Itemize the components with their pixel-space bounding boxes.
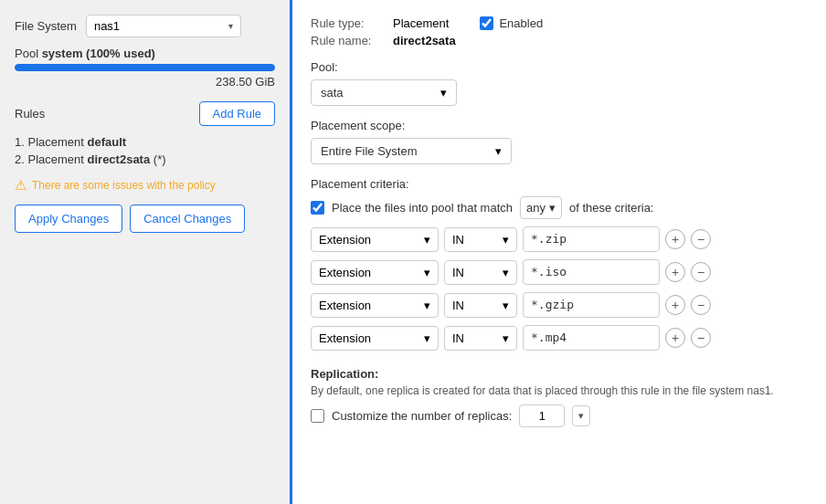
criteria-op-3-chevron: ▾ [503, 299, 509, 312]
pool-value-right: sata [321, 86, 344, 100]
warning-icon: ⚠ [15, 177, 26, 194]
placement-scope-select[interactable]: Entire File System ▾ [311, 138, 512, 164]
rule-name-value: direct2sata [393, 34, 456, 47]
criteria-op-1-value: IN [452, 233, 464, 247]
pool-name: system [42, 47, 83, 60]
criteria-header: Place the files into pool that match any… [311, 196, 808, 219]
add-rule-button[interactable]: Add Rule [199, 101, 275, 126]
criteria-row-1: Extension ▾ IN ▾ *.zip + − [311, 226, 808, 252]
criteria-rows: Extension ▾ IN ▾ *.zip + − Extension ▾ I [311, 226, 808, 351]
rule-2-bold: direct2sata [88, 152, 151, 166]
rule-item-1: 1. Placement default [15, 135, 275, 149]
replica-count-chevron[interactable]: ▾ [572, 405, 590, 426]
criteria-type-3[interactable]: Extension ▾ [311, 293, 439, 318]
pool-size: 238.50 GiB [15, 75, 275, 89]
enabled-label: Enabled [499, 16, 543, 30]
criteria-remove-3-button[interactable]: − [691, 295, 711, 315]
criteria-op-3[interactable]: IN ▾ [444, 293, 517, 318]
criteria-value-3[interactable]: *.gzip [523, 292, 660, 318]
rule-name-row: Rule name: direct2sata [311, 34, 808, 47]
rule-type-value: Placement [393, 16, 449, 30]
criteria-add-2-button[interactable]: + [665, 262, 685, 282]
criteria-op-2[interactable]: IN ▾ [444, 260, 517, 285]
file-system-row: File System nas1 ▾ [15, 15, 275, 37]
rules-title: Rules [15, 107, 45, 121]
criteria-remove-1-button[interactable]: − [691, 229, 711, 249]
criteria-type-2[interactable]: Extension ▾ [311, 260, 439, 285]
criteria-type-4-value: Extension [319, 331, 371, 345]
criteria-op-2-chevron: ▾ [503, 266, 509, 279]
criteria-remove-2-button[interactable]: − [691, 262, 711, 282]
replica-count-input[interactable] [519, 404, 565, 427]
left-panel: File System nas1 ▾ Pool system (100% use… [0, 0, 292, 504]
pool-row-right: Pool: sata ▾ [311, 60, 808, 106]
rule-1-bold: default [88, 135, 127, 149]
pool-progress-fill [15, 64, 275, 71]
criteria-value-2[interactable]: *.iso [523, 259, 660, 285]
file-system-chevron-icon: ▾ [228, 21, 233, 31]
rule-2-text: Placement [27, 152, 87, 166]
cancel-changes-button[interactable]: Cancel Changes [130, 205, 245, 233]
criteria-suffix: of these criteria: [569, 201, 654, 215]
rules-list: 1. Placement default 2. Placement direct… [15, 135, 275, 166]
replication-section: Replication: By default, one replica is … [311, 367, 808, 427]
criteria-remove-4-button[interactable]: − [691, 328, 711, 348]
enabled-checkbox-row: Enabled [480, 16, 543, 30]
replication-title: Replication: [311, 367, 808, 381]
warning-text: There are some issues with the policy [32, 179, 216, 192]
criteria-type-2-value: Extension [319, 266, 371, 279]
criteria-row-4: Extension ▾ IN ▾ *.mp4 + − [311, 325, 808, 351]
file-system-label: File System [15, 19, 77, 33]
action-buttons: Apply Changes Cancel Changes [15, 205, 275, 233]
placement-scope-row: Placement scope: Entire File System ▾ [311, 119, 808, 164]
customize-replicas-label: Customize the number of replicas: [332, 409, 512, 423]
criteria-op-1[interactable]: IN ▾ [444, 227, 517, 252]
criteria-value-4[interactable]: *.mp4 [523, 325, 660, 351]
rule-type-key: Rule type: [311, 16, 393, 30]
criteria-add-1-button[interactable]: + [665, 229, 685, 249]
criteria-op-4-value: IN [452, 331, 464, 345]
enabled-checkbox[interactable] [480, 16, 493, 30]
criteria-match-value: any [526, 201, 545, 215]
warning-row: ⚠ There are some issues with the policy [15, 177, 275, 194]
pool-select-right[interactable]: sata ▾ [311, 79, 457, 106]
right-panel: Rule type: Placement Enabled Rule name: … [292, 0, 826, 504]
placement-scope-chevron-icon: ▾ [495, 144, 502, 158]
pool-chevron-icon: ▾ [440, 86, 447, 100]
customize-replicas-checkbox[interactable] [311, 409, 324, 423]
rule-type-row: Rule type: Placement Enabled [311, 16, 808, 30]
criteria-type-2-chevron: ▾ [424, 266, 430, 279]
file-system-select[interactable]: nas1 ▾ [86, 15, 241, 37]
placement-scope-key: Placement scope: [311, 119, 808, 132]
criteria-type-1-chevron: ▾ [424, 233, 430, 247]
criteria-op-3-value: IN [452, 299, 464, 312]
criteria-type-4[interactable]: Extension ▾ [311, 326, 439, 351]
rule-info-top: Rule type: Placement Enabled Rule name: … [311, 16, 808, 47]
rule-1-num: 1. [15, 135, 25, 149]
rule-name-key: Rule name: [311, 34, 393, 47]
criteria-op-4[interactable]: IN ▾ [444, 326, 517, 351]
criteria-match-select[interactable]: any ▾ [520, 196, 562, 219]
pool-label: Pool system (100% used) [15, 47, 275, 60]
criteria-type-4-chevron: ▾ [424, 331, 430, 345]
apply-changes-button[interactable]: Apply Changes [15, 205, 122, 233]
criteria-add-3-button[interactable]: + [665, 295, 685, 315]
replica-row: Customize the number of replicas: ▾ [311, 404, 808, 427]
rule-2-num: 2. [15, 152, 25, 166]
rules-header: Rules Add Rule [15, 101, 275, 126]
placement-scope-value: Entire File System [321, 144, 417, 158]
criteria-match-label: Place the files into pool that match [332, 201, 513, 215]
criteria-row-2: Extension ▾ IN ▾ *.iso + − [311, 259, 808, 285]
criteria-type-3-value: Extension [319, 299, 371, 312]
pool-section: Pool system (100% used) 238.50 GiB [15, 47, 275, 89]
criteria-type-3-chevron: ▾ [424, 299, 430, 312]
criteria-row-3: Extension ▾ IN ▾ *.gzip + − [311, 292, 808, 318]
criteria-op-1-chevron: ▾ [503, 233, 509, 247]
criteria-type-1[interactable]: Extension ▾ [311, 227, 439, 252]
criteria-value-1[interactable]: *.zip [523, 226, 660, 252]
criteria-add-4-button[interactable]: + [665, 328, 685, 348]
placement-criteria-section: Placement criteria: Place the files into… [311, 177, 808, 351]
pool-percent: (100% used) [86, 47, 155, 60]
criteria-checkbox[interactable] [311, 201, 324, 215]
rule-2-suffix: (*) [154, 152, 166, 166]
